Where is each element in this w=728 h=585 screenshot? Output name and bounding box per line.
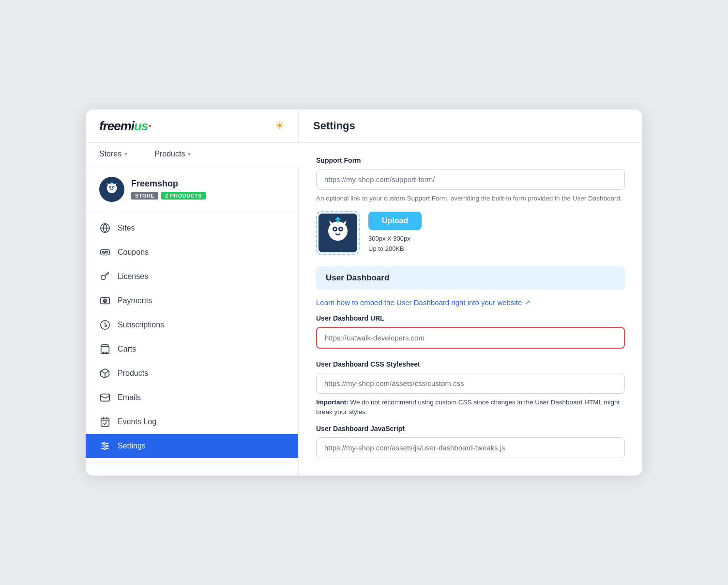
page-title: Settings [313, 120, 355, 132]
sidebar-item-sites[interactable]: Sites [86, 216, 298, 240]
svg-rect-22 [101, 418, 109, 426]
upload-button[interactable]: Upload [368, 212, 422, 230]
sidebar-item-settings-label: Settings [118, 442, 146, 450]
sidebar-item-sites-label: Sites [118, 224, 135, 232]
external-link-icon: ↗ [525, 298, 531, 306]
products-chevron-icon: ▾ [188, 151, 191, 157]
svg-point-34 [104, 447, 106, 449]
left-panel: Stores ▾ Products ▾ [86, 143, 299, 476]
settings-icon [99, 440, 111, 452]
svg-point-9 [103, 251, 105, 253]
svg-point-40 [340, 228, 342, 230]
sidebar-item-products-label: Products [118, 369, 148, 378]
svg-point-15 [104, 300, 106, 302]
upload-hint: 300px X 300px Up to 200KB [368, 234, 422, 254]
logo: freemius· [99, 118, 151, 134]
svg-point-5 [113, 187, 114, 188]
globe-icon [99, 222, 111, 234]
store-name: Freemshop [131, 179, 206, 189]
css-input[interactable] [316, 373, 625, 394]
sidebar-item-payments[interactable]: Payments [86, 289, 298, 313]
store-header: Freemshop STORE 2 PRODUCTS [86, 167, 298, 212]
badge-products: 2 PRODUCTS [161, 192, 206, 200]
sidebar-item-licenses-label: Licenses [118, 272, 148, 281]
sidebar-item-settings[interactable]: Settings [86, 434, 298, 458]
store-badges: STORE 2 PRODUCTS [131, 192, 206, 200]
tab-products[interactable]: Products ▾ [141, 143, 204, 167]
tab-stores[interactable]: Stores ▾ [86, 143, 141, 167]
svg-point-39 [334, 228, 336, 230]
carts-icon [99, 343, 111, 355]
badge-store: STORE [131, 192, 158, 200]
sidebar-item-events-label: Events Log [118, 417, 156, 426]
sidebar-item-carts[interactable]: Carts [86, 337, 298, 361]
upload-area: Upload 300px X 300px Up to 200KB [316, 211, 625, 255]
nav-tabs: Stores ▾ Products ▾ [86, 143, 299, 167]
js-input[interactable] [316, 437, 625, 458]
sidebar-item-events[interactable]: Events Log [86, 410, 298, 434]
learn-link[interactable]: Learn how to embed the User Dashboard ri… [316, 298, 625, 307]
js-label: User Dashboard JavaScript [316, 425, 625, 432]
sidebar-item-products[interactable]: Products [86, 361, 298, 385]
percent-icon [99, 246, 111, 258]
sidebar-item-carts-label: Carts [118, 345, 136, 354]
svg-rect-13 [101, 297, 109, 304]
support-form-label: Support Form [316, 156, 625, 164]
page-title-area: Settings [299, 111, 642, 141]
sidebar-item-coupons[interactable]: Coupons [86, 240, 298, 264]
css-label: User Dashboard CSS Stylesheet [316, 360, 625, 368]
css-section: User Dashboard CSS Stylesheet Important:… [316, 360, 625, 417]
svg-point-11 [106, 251, 108, 253]
payments-icon [99, 295, 111, 307]
css-hint: Important: We do not recommend using cus… [316, 398, 625, 417]
svg-point-4 [110, 187, 111, 188]
user-dashboard-title: User Dashboard [326, 273, 389, 282]
support-form-hint: An optional link to your custom Support … [316, 194, 625, 203]
sidebar-item-subscriptions-label: Subscriptions [118, 321, 164, 329]
upload-right: Upload 300px X 300px Up to 200KB [368, 212, 422, 254]
user-dashboard-section-header: User Dashboard [316, 266, 625, 290]
events-icon [99, 416, 111, 428]
sidebar-item-coupons-label: Coupons [118, 248, 149, 257]
svg-point-19 [106, 352, 107, 354]
sidebar-item-subscriptions[interactable]: Subscriptions [86, 313, 298, 337]
support-form-section: Support Form An optional link to your cu… [316, 156, 625, 203]
svg-point-18 [103, 352, 104, 354]
image-preview [316, 211, 360, 255]
main-content: Support Form An optional link to your cu… [299, 143, 642, 476]
dashboard-url-section: User Dashboard URL [316, 314, 625, 353]
store-avatar [99, 177, 124, 202]
sidebar-item-licenses[interactable]: Licenses [86, 264, 298, 289]
svg-point-12 [101, 275, 106, 279]
key-icon [99, 271, 111, 282]
dashboard-url-label: User Dashboard URL [316, 314, 625, 322]
subscriptions-icon [99, 319, 111, 331]
js-section: User Dashboard JavaScript [316, 425, 625, 462]
sidebar-item-payments-label: Payments [118, 296, 152, 305]
sidebar-item-emails[interactable]: Emails [86, 385, 298, 410]
svg-point-32 [103, 442, 105, 444]
support-form-input[interactable] [316, 169, 625, 190]
sidebar-item-emails-label: Emails [118, 393, 141, 402]
sidebar-nav: Sites Coupons [86, 212, 298, 462]
svg-point-33 [106, 445, 108, 447]
theme-icon[interactable]: ☀ [275, 120, 285, 132]
emails-icon [99, 392, 111, 403]
store-info: Freemshop STORE 2 PRODUCTS [131, 179, 206, 200]
stores-chevron-icon: ▾ [124, 151, 127, 157]
logo-area: freemius· ☀ [86, 109, 299, 142]
top-bar: freemius· ☀ Settings [86, 109, 642, 143]
products-icon [99, 368, 111, 379]
dashboard-url-input[interactable] [316, 327, 625, 349]
app-window: freemius· ☀ Settings Stores ▾ Products ▾ [86, 109, 642, 476]
